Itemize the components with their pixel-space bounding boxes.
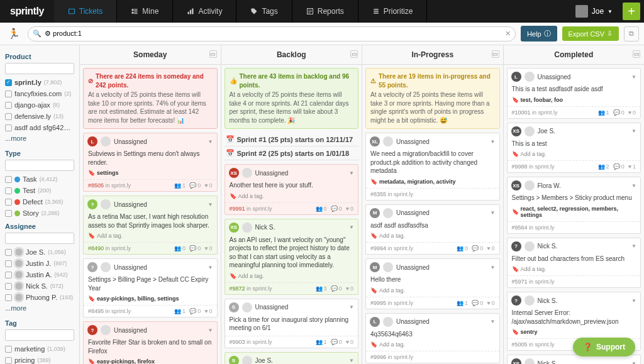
user-name: Joe	[592, 7, 604, 16]
avatar	[525, 241, 535, 251]
svg-rect-3	[135, 11, 138, 11]
ticket-card[interactable]: MUnassigned▼ asdf asdf asdfasdfsa 🔖Add a…	[365, 204, 500, 255]
nav-activity[interactable]: Activity	[173, 0, 236, 23]
tag-item[interactable]: marketing(1,039)	[5, 343, 74, 355]
avatar	[14, 270, 23, 279]
nav-reports[interactable]: Reports	[292, 0, 358, 23]
type-item[interactable]: Defect(3,365)	[5, 196, 74, 207]
ticket-card[interactable]: SUnassigned▼ Pick a time for our inaugur…	[225, 299, 359, 348]
svg-rect-11	[308, 10, 312, 11]
product-item[interactable]: django-ajax(8)	[5, 99, 74, 111]
help-button[interactable]: Helpⓘ	[521, 26, 557, 41]
sprint-icon[interactable]: 🏃	[5, 28, 23, 40]
tag-item[interactable]: pricing(389)	[5, 355, 74, 364]
copy-button[interactable]: ⧉	[624, 26, 639, 41]
tag-icon: 🔖	[88, 358, 95, 364]
ticket-card[interactable]: XSFlora W.▼ Settings > Members > Sticky …	[507, 177, 641, 234]
assignee-item[interactable]: Nick S.(572)	[5, 280, 74, 292]
ticket-card[interactable]: LUnassigned▼ Subviews in Settings menu d…	[83, 133, 218, 192]
ticket-card[interactable]: ?Unassigned▼ Favorite Filter Star is bro…	[83, 321, 218, 364]
avatar	[101, 136, 111, 146]
ticket-card[interactable]: LUnassigned▼ This is a test asdfasdf asi…	[507, 68, 641, 119]
info-icon: ⓘ	[544, 29, 551, 38]
ticket-card[interactable]: LUnassigned▼ 4q35634q6463 🔖Add a tag. #9…	[365, 313, 500, 364]
user-menu[interactable]: Joe ▼	[569, 0, 619, 23]
type-item[interactable]: Story(2,286)	[5, 207, 74, 219]
sprint-divider: 📅Sprint #2 (25 pts) starts on 1/01/18	[225, 146, 359, 160]
product-item[interactable]: asdf add sfg64232636	[5, 122, 74, 133]
ticket-card[interactable]: XSNick S.▼ As an API user, I want veloci…	[225, 219, 359, 295]
expand-icon[interactable]: ▭	[492, 50, 499, 58]
ticket-card[interactable]: XSUnassigned▼ Another test here is your …	[225, 164, 359, 215]
ticket-card[interactable]: ?Unassigned▼ As a retina Mac user, I wan…	[83, 196, 218, 255]
svg-rect-8	[190, 10, 191, 14]
nav-tickets[interactable]: Tickets	[54, 0, 118, 23]
assignee-item[interactable]: Phuong P.(193)	[5, 292, 74, 303]
expand-icon[interactable]: ▭	[350, 50, 358, 58]
nav-mine[interactable]: Mine	[117, 0, 173, 23]
more-link[interactable]: ...more	[5, 303, 74, 316]
assignee-item[interactable]: Joe S.(1,056)	[5, 246, 74, 258]
ticket-card[interactable]: ?Nick S.▼ Filter out bad characters from…	[507, 238, 641, 289]
ticket-card[interactable]: XSJoe S.▼ This is a test 🔖Add a tag. #99…	[507, 123, 641, 174]
checkbox-icon[interactable]	[5, 113, 12, 120]
export-csv-button[interactable]: Export CSV⇩	[562, 26, 619, 41]
chevron-down-icon[interactable]: ▼	[208, 202, 213, 207]
avatar	[101, 199, 111, 209]
tag-icon: 🔖	[512, 97, 519, 103]
support-button[interactable]: ❓Support	[573, 338, 635, 356]
avatar	[101, 325, 111, 335]
assignee-item[interactable]: Justin A.(642)	[5, 269, 74, 280]
toolbar: 🏃 🔍 ✕ Helpⓘ Export CSV⇩ ⧉	[0, 23, 644, 45]
product-item[interactable]: ✓sprint.ly(7,802)	[5, 77, 74, 88]
ticket-card[interactable]: MUnassigned▼ Hello there 🔖Add a tag. #99…	[365, 258, 500, 309]
tag-icon: 🔖	[370, 287, 377, 294]
clear-icon[interactable]: ✕	[505, 30, 511, 38]
filter-assignee-title: Assignee	[5, 223, 74, 230]
tag-icon: 🔖	[512, 266, 519, 272]
expand-icon[interactable]: ▭	[633, 50, 640, 58]
checkbox-icon[interactable]	[5, 124, 12, 131]
brand-logo[interactable]: sprintly	[0, 0, 54, 23]
filter-assignee-input[interactable]	[5, 233, 74, 244]
avatar	[383, 317, 393, 327]
nav-tags[interactable]: Tags	[236, 0, 292, 23]
avatar	[525, 180, 535, 190]
type-item[interactable]: Task(4,412)	[5, 174, 74, 185]
dot-icon	[14, 177, 20, 182]
avatar	[14, 259, 23, 268]
product-item[interactable]: fancyfixies.com(2)	[5, 88, 74, 99]
search-input[interactable]	[28, 26, 516, 41]
type-item[interactable]: Test(200)	[5, 185, 74, 196]
column-alert: ⚠There are 19 items in in-progress and 5…	[365, 68, 500, 129]
people-icon: 👥1	[174, 182, 186, 189]
avatar	[383, 136, 393, 146]
svg-rect-13	[308, 13, 311, 13]
expand-icon[interactable]: ▭	[209, 50, 217, 58]
product-item[interactable]: defensive.ly(13)	[5, 111, 74, 122]
filter-product-input[interactable]	[5, 63, 74, 74]
checkbox-icon[interactable]	[5, 102, 12, 109]
ticket-card[interactable]: XLUnassigned▼ We need a migration/backfi…	[365, 133, 500, 201]
filter-tag-title: Tag	[5, 319, 74, 327]
more-link[interactable]: ...more	[5, 133, 74, 146]
tag-icon: 🔖	[230, 193, 236, 199]
size-badge: XS	[229, 223, 239, 233]
assignee-item[interactable]: Justin J.(897)	[5, 258, 74, 269]
checkbox-icon[interactable]	[5, 91, 12, 97]
filter-type-input[interactable]	[5, 160, 74, 171]
filter-tag-input[interactable]	[5, 329, 74, 341]
chevron-down-icon[interactable]: ▼	[208, 139, 213, 145]
thumbs-up-icon: 👍	[230, 77, 237, 85]
size-badge: L	[87, 136, 97, 146]
svg-rect-12	[308, 11, 312, 12]
size-badge: XS	[511, 180, 521, 190]
add-button[interactable]: +	[623, 3, 640, 20]
ticket-card[interactable]: SJoe S.▼ As a sprinter, I want a design …	[225, 352, 359, 365]
ticket-card[interactable]: ?Unassigned▼ Settings > Billing Page > D…	[83, 258, 218, 317]
top-nav: sprintly Tickets Mine Activity Tags Repo…	[0, 0, 644, 23]
user-avatar	[575, 5, 588, 18]
tag-icon: 🔖	[512, 209, 519, 215]
nav-prioritize[interactable]: Prioritize	[358, 0, 428, 23]
checkbox-icon[interactable]: ✓	[5, 79, 12, 86]
